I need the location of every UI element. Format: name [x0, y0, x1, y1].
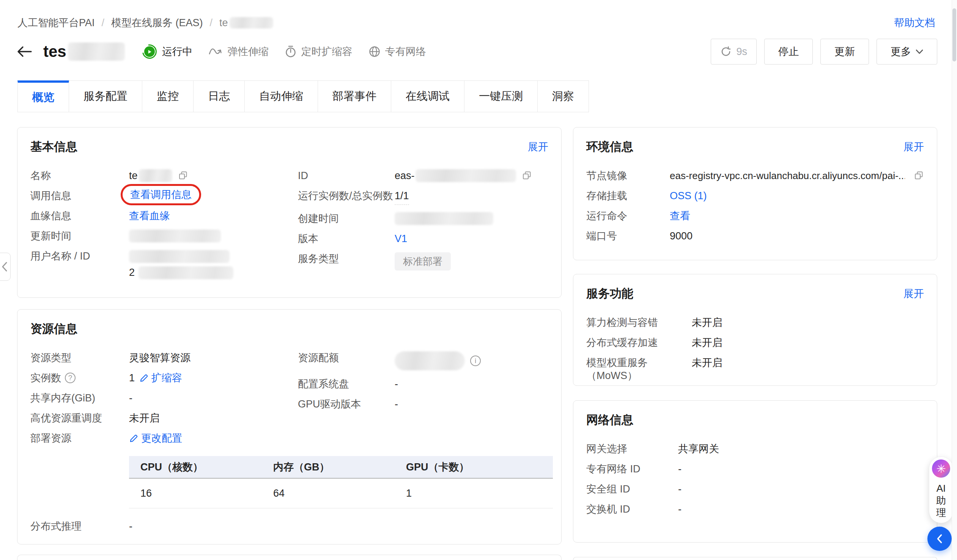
- cache-accel-value: 未开启: [692, 336, 924, 349]
- redacted-id: [415, 169, 516, 182]
- edit-pencil-icon[interactable]: [139, 373, 149, 383]
- status-running: 运行中: [142, 44, 193, 59]
- basic-info-title: 基本信息: [30, 139, 77, 155]
- memory-header: 内存（GB）: [273, 460, 406, 474]
- breadcrumb: 人工智能平台PAI / 模型在线服务 (EAS) / te: [17, 16, 273, 30]
- refresh-button[interactable]: 9s: [711, 39, 756, 65]
- edit-pencil-icon[interactable]: [129, 433, 139, 443]
- id-label: ID: [298, 169, 395, 182]
- chevron-left-icon: [935, 533, 944, 544]
- tab-logs[interactable]: 日志: [194, 80, 245, 112]
- change-config-link[interactable]: 更改配置: [141, 432, 182, 445]
- mows-label: 模型权重服务（MoWS）: [586, 356, 692, 382]
- instance-count-label: 实例数: [30, 371, 61, 384]
- breadcrumb-pai[interactable]: 人工智能平台PAI: [17, 16, 95, 30]
- copy-icon[interactable]: [178, 171, 188, 181]
- badge-vpc: 专有网络: [368, 45, 426, 58]
- back-arrow-icon[interactable]: [16, 45, 33, 58]
- header-actions: 9s 停止 更新 更多: [711, 39, 937, 65]
- badge-label: 弹性伸缩: [228, 45, 268, 58]
- priority-reschedule-value: 未开启: [129, 412, 298, 424]
- update-button[interactable]: 更新: [820, 39, 869, 65]
- cpu-header: CPU（核数）: [129, 460, 273, 474]
- tab-insight[interactable]: 洞察: [538, 80, 589, 112]
- tab-online-debug[interactable]: 在线调试: [391, 80, 464, 112]
- scrollbar-thumb[interactable]: [952, 8, 956, 62]
- gpu-driver-value: -: [395, 398, 548, 410]
- node-image-label: 节点镜像: [586, 169, 670, 182]
- security-group-label: 安全组 ID: [586, 483, 678, 495]
- more-button[interactable]: 更多: [876, 39, 937, 65]
- basic-info-right-col: ID eas- 运行实例数/总实例数 1/1 创建时间: [298, 155, 548, 279]
- chevron-left-icon: [1, 262, 8, 272]
- scrollbar-track[interactable]: [952, 0, 957, 560]
- resource-info-right-col: 资源配额 i 配置系统盘 - GPU驱动版本 -: [298, 337, 548, 445]
- port-label: 端口号: [586, 230, 670, 243]
- stop-button[interactable]: 停止: [764, 39, 813, 65]
- basic-info-left-col: 名称 te 调用信息 查看调用信息: [30, 155, 298, 279]
- fault-tolerance-value: 未开启: [692, 316, 924, 329]
- resource-type-label: 资源类型: [30, 351, 129, 364]
- gpu-value: 1: [406, 487, 553, 499]
- view-lineage-link[interactable]: 查看血缘: [129, 210, 170, 222]
- badge-label: 定时扩缩容: [301, 45, 352, 58]
- sidebar-collapse-handle[interactable]: [0, 253, 11, 281]
- shared-memory-value: -: [129, 391, 298, 404]
- tab-bar: 概览 服务配置 监控 日志 自动伸缩 部署事件 在线调试 一键压测 洞察: [17, 80, 589, 112]
- tab-deploy-events[interactable]: 部署事件: [318, 80, 391, 112]
- copy-icon[interactable]: [914, 171, 924, 181]
- service-features-title: 服务功能: [586, 286, 633, 301]
- service-type-tag: 标准部署: [395, 252, 451, 271]
- basic-info-expand-link[interactable]: 展开: [528, 140, 548, 154]
- network-info-card: 网络信息 网关选择 共享网关 专有网络 ID - 安全组 ID - 交换机 ID…: [573, 400, 937, 543]
- resource-spec-table: CPU（核数） 内存（GB） GPU（卡数） 16 64 1: [129, 456, 553, 508]
- ai-assistant-widget[interactable]: ✳ AI 助 理: [929, 456, 953, 523]
- gpu-header: GPU（卡数）: [406, 460, 553, 474]
- tab-monitoring[interactable]: 监控: [142, 80, 194, 112]
- assistant-collapse-button[interactable]: [927, 527, 952, 551]
- id-value-prefix: eas-: [395, 169, 415, 182]
- copy-icon[interactable]: [522, 171, 532, 181]
- instances-value: 1/1: [395, 189, 409, 205]
- deploy-resource-label: 部署资源: [30, 432, 129, 445]
- resource-type-value: 灵骏智算资源: [129, 351, 298, 364]
- port-value: 9000: [670, 230, 924, 243]
- vswitch-label: 交换机 ID: [586, 503, 678, 516]
- distributed-inference-value: -: [129, 520, 548, 533]
- scale-link[interactable]: 扩缩容: [152, 371, 182, 384]
- service-features-card: 服务功能 展开 算力检测与容错 未开启 分布式缓存加速 未开启 模型权重服务（M…: [573, 274, 937, 386]
- version-link[interactable]: V1: [395, 232, 407, 245]
- tab-stress-test[interactable]: 一键压测: [464, 80, 538, 112]
- instances-label: 运行实例数/总实例数: [298, 189, 395, 202]
- help-doc-link[interactable]: 帮助文档: [894, 16, 935, 30]
- update-time-label: 更新时间: [30, 230, 129, 243]
- service-features-expand-link[interactable]: 展开: [903, 287, 924, 300]
- resource-quota-label: 资源配额: [298, 351, 395, 364]
- breadcrumb-eas[interactable]: 模型在线服务 (EAS): [111, 16, 203, 30]
- timer-icon: [284, 45, 297, 58]
- distributed-inference-label: 分布式推理: [30, 520, 129, 533]
- network-info-title: 网络信息: [586, 412, 633, 428]
- gateway-label: 网关选择: [586, 442, 678, 455]
- title-bar: tes 运行中 弹性伸缩 定时扩缩容 专有网络: [16, 38, 937, 65]
- tab-service-config[interactable]: 服务配置: [69, 80, 142, 112]
- view-invoke-info-link[interactable]: 查看调用信息: [130, 189, 192, 200]
- annotation-red-circle: 查看调用信息: [121, 184, 201, 205]
- tab-auto-scaling[interactable]: 自动伸缩: [245, 80, 318, 112]
- user-name-id-label: 用户名称 / ID: [30, 250, 129, 263]
- badge-label: 专有网络: [385, 45, 426, 58]
- info-circle-icon[interactable]: i: [470, 355, 481, 366]
- env-info-card: 环境信息 展开 节点镜像 eas-registry-vpc.cn-wulanch…: [573, 127, 937, 260]
- table-row: 16 64 1: [129, 478, 553, 508]
- tab-overview[interactable]: 概览: [17, 80, 69, 112]
- redacted-name: [139, 169, 172, 182]
- next-card-edge: [17, 555, 562, 560]
- question-circle-icon[interactable]: ?: [65, 372, 76, 383]
- oss-link[interactable]: OSS (1): [670, 189, 707, 202]
- vpc-id-value: -: [678, 462, 924, 475]
- redacted-title: [68, 43, 125, 61]
- system-disk-label: 配置系统盘: [298, 377, 395, 390]
- next-card-edge: [573, 557, 937, 560]
- env-info-expand-link[interactable]: 展开: [903, 140, 924, 154]
- view-command-link[interactable]: 查看: [670, 210, 690, 222]
